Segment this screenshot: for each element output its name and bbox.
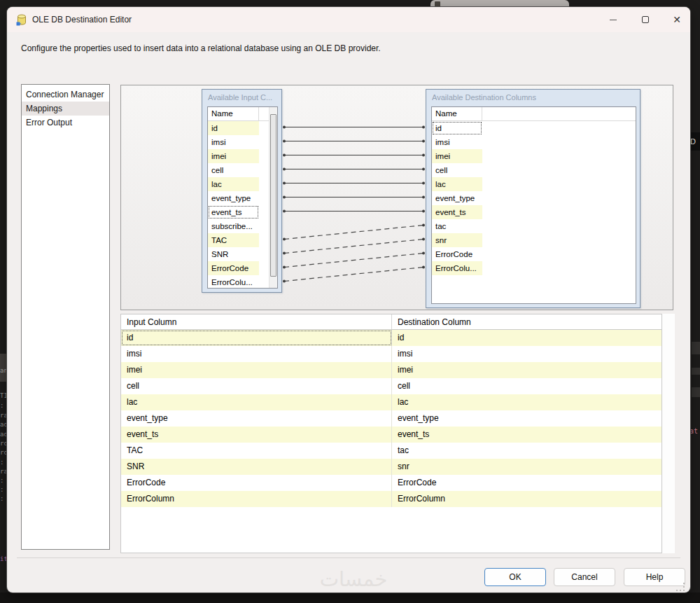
input-list-item[interactable]: ErrorCode [208,261,277,275]
input-column[interactable]: ErrorColu... [208,275,259,289]
name-column-header[interactable]: Name [208,107,259,120]
input-list-item[interactable]: imsi [208,135,277,149]
maximize-button[interactable] [635,13,656,27]
destination-column[interactable]: snr [432,233,482,247]
destination-column[interactable]: tac [432,219,482,233]
destination-list-item[interactable]: event_type [432,191,636,205]
sidebar-item-error-output[interactable]: Error Output [22,116,109,130]
destination-list-item[interactable]: imsi [432,135,636,149]
table-row: event_tsevent_ts [121,427,662,443]
destination-column-cell[interactable]: event_ts [392,427,662,443]
minimize-button[interactable] [603,13,624,27]
close-button[interactable]: ✕ [666,13,687,27]
input-list-item[interactable]: event_ts [208,205,277,219]
background-right-artifact [692,342,700,354]
input-column-cell[interactable]: id [121,330,392,346]
resize-grip-icon[interactable] [676,583,686,592]
destination-list-item[interactable]: tac [432,219,636,233]
available-input-columns-panel[interactable]: Available Input C... Name id imsi imei c… [202,89,282,293]
input-column-cell[interactable]: lac [121,394,392,410]
input-column[interactable]: imsi [208,135,259,149]
input-list-scrollbar[interactable] [269,107,277,288]
destination-list-item[interactable]: imei [432,149,636,163]
pages-list: Connection Manager Mappings Error Output [21,84,110,550]
destination-column[interactable]: cell [432,163,482,177]
destination-column-cell[interactable]: ErrorColumn [392,491,662,507]
destination-list-item[interactable]: cell [432,163,636,177]
input-column-cell[interactable]: imsi [121,346,392,362]
input-column[interactable]: SNR [208,247,259,261]
table-row: TACtac [121,443,662,459]
destination-column-header[interactable]: Destination Column [392,314,662,329]
destination-list-item[interactable]: ErrorColu... [432,261,636,275]
destination-list-header: Name [432,107,636,121]
table-row: imeiimei [121,362,662,378]
destination-column[interactable]: id [432,121,482,135]
ok-button[interactable]: OK [484,568,546,586]
name-column-header[interactable]: Name [432,107,482,120]
mapping-lines[interactable] [282,85,426,311]
background-window-icon [435,1,440,7]
input-list-item[interactable]: SNR [208,247,277,261]
input-list-item[interactable]: subscribe... [208,219,277,233]
sidebar-item-mappings[interactable]: Mappings [22,102,109,116]
table-row: ErrorCodeErrorCode [121,475,662,491]
input-list-item[interactable]: id [208,121,277,135]
destination-column-cell[interactable]: cell [392,378,662,394]
input-list-item[interactable]: ErrorColu... [208,275,277,289]
input-column-cell[interactable]: cell [121,378,392,394]
input-column-cell[interactable]: ErrorCode [121,475,392,491]
dialog-title: OLE DB Destination Editor [32,15,132,25]
input-list-header: Name [208,107,277,121]
input-column-cell[interactable]: imei [121,362,392,378]
input-column-cell[interactable]: SNR [121,459,392,475]
destination-column[interactable]: ErrorColu... [432,261,482,275]
scrollbar-thumb[interactable] [270,114,276,277]
available-destination-columns-panel[interactable]: Available Destination Columns Name id im… [426,89,640,308]
dialog-titlebar[interactable]: OLE DB Destination Editor ✕ [7,7,690,32]
destination-list-item[interactable]: id [432,121,636,135]
dialog-description: Configure the properties used to insert … [21,43,381,53]
destination-column[interactable]: imei [432,149,482,163]
input-column[interactable]: cell [208,163,259,177]
input-list-item[interactable]: TAC [208,233,277,247]
sidebar-item-connection-manager[interactable]: Connection Manager [22,88,109,102]
destination-column[interactable]: lac [432,177,482,191]
input-list-item[interactable]: cell [208,163,277,177]
watermark-text: خمسات [294,567,413,591]
destination-column[interactable]: ErrorCode [432,247,482,261]
input-list-item[interactable]: lac [208,177,277,191]
input-column-cell[interactable]: TAC [121,443,392,459]
destination-list-item[interactable]: event_ts [432,205,636,219]
input-column-cell[interactable]: ErrorColumn [121,491,392,507]
destination-column-cell[interactable]: snr [392,459,662,475]
destination-column[interactable]: event_ts [432,205,482,219]
input-column[interactable]: id [208,121,259,135]
destination-list-item[interactable]: ErrorCode [432,247,636,261]
input-column-cell[interactable]: event_ts [121,427,392,443]
destination-list-item[interactable]: snr [432,233,636,247]
destination-column[interactable]: imsi [432,135,482,149]
input-list-item[interactable]: imei [208,149,277,163]
destination-column-cell[interactable]: imsi [392,346,662,362]
cancel-button[interactable]: Cancel [554,568,615,586]
destination-column-cell[interactable]: event_type [392,410,662,427]
destination-column[interactable]: event_type [432,191,482,205]
mapping-table-area: Input Column Destination Column idid ims… [120,314,675,553]
input-column[interactable]: subscribe... [208,219,259,233]
input-column[interactable]: lac [208,177,259,191]
input-column-cell[interactable]: event_type [121,410,392,427]
destination-column-cell[interactable]: tac [392,443,662,459]
destination-column-cell[interactable]: id [392,330,662,346]
input-list-item[interactable]: event_type [208,191,277,205]
input-column[interactable]: TAC [208,233,259,247]
input-column[interactable]: event_ts [208,205,259,219]
input-column[interactable]: ErrorCode [208,261,259,275]
destination-list-item[interactable]: lac [432,177,636,191]
destination-column-cell[interactable]: lac [392,394,662,410]
input-column[interactable]: event_type [208,191,259,205]
input-column[interactable]: imei [208,149,259,163]
input-column-header[interactable]: Input Column [121,314,392,329]
destination-column-cell[interactable]: imei [392,362,662,378]
destination-column-cell[interactable]: ErrorCode [392,475,662,491]
